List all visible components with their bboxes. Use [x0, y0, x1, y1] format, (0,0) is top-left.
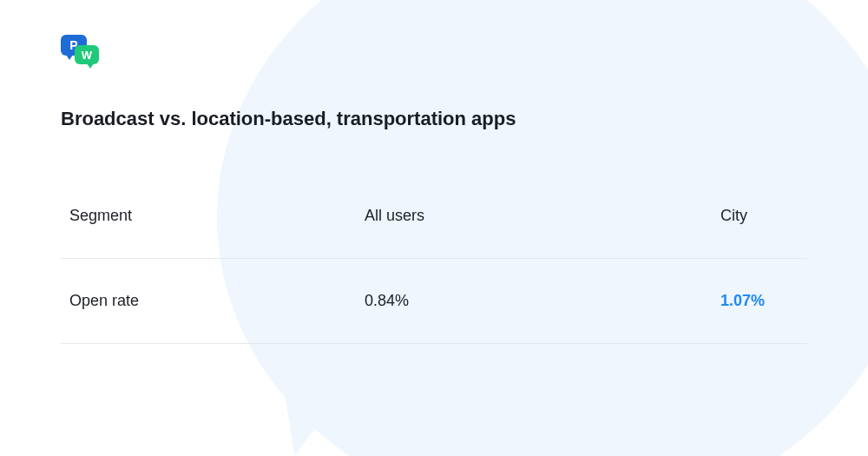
table-header-row: Segment All users City: [61, 174, 807, 259]
logo-letter-w: W: [82, 49, 92, 62]
page-title: Broadcast vs. location-based, transporta…: [61, 108, 807, 130]
pushwoosh-logo: P W: [61, 35, 99, 69]
header-segment-label: Segment: [69, 207, 365, 225]
logo-bubble-w-icon: W: [75, 45, 99, 64]
table-row: Open rate 0.84% 1.07%: [61, 259, 807, 344]
content-area: P W Broadcast vs. location-based, transp…: [0, 0, 868, 379]
comparison-table: Segment All users City Open rate 0.84% 1…: [61, 174, 807, 344]
header-allusers-label: All users: [365, 207, 660, 225]
header-city-label: City: [660, 207, 799, 225]
row-openrate-allusers-value: 0.84%: [365, 292, 660, 310]
row-openrate-label: Open rate: [69, 292, 365, 310]
row-openrate-city-value: 1.07%: [660, 292, 799, 310]
